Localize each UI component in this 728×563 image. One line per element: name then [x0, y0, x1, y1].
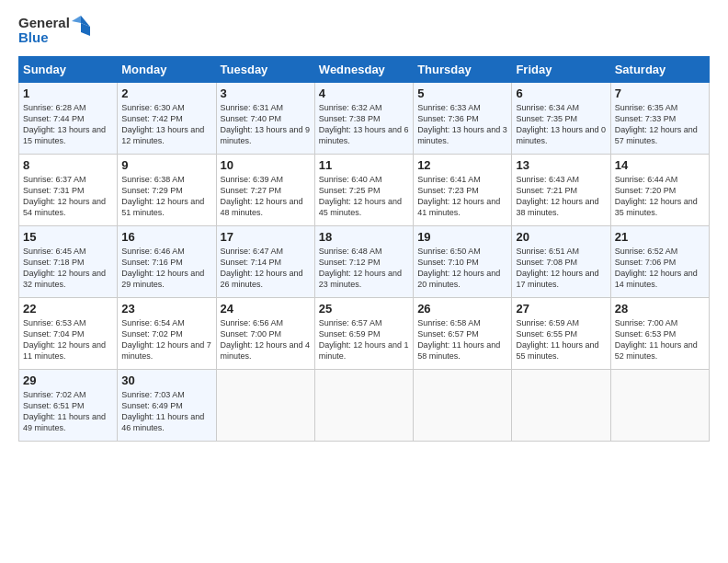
day-number: 23	[121, 302, 211, 316]
calendar-cell: 29Sunrise: 7:02 AM Sunset: 6:51 PM Dayli…	[19, 370, 118, 442]
calendar-cell: 5Sunrise: 6:33 AM Sunset: 7:36 PM Daylig…	[414, 83, 512, 155]
day-number: 20	[516, 230, 606, 244]
calendar-cell: 16Sunrise: 6:46 AM Sunset: 7:16 PM Dayli…	[118, 226, 216, 298]
cell-content: Sunrise: 7:03 AM Sunset: 6:49 PM Dayligh…	[121, 389, 211, 434]
calendar-cell: 22Sunrise: 6:53 AM Sunset: 7:04 PM Dayli…	[19, 298, 118, 370]
calendar-cell: 3Sunrise: 6:31 AM Sunset: 7:40 PM Daylig…	[216, 83, 314, 155]
day-number: 21	[615, 230, 705, 244]
calendar-cell	[216, 370, 314, 442]
day-number: 19	[417, 230, 507, 244]
calendar-cell: 23Sunrise: 6:54 AM Sunset: 7:02 PM Dayli…	[118, 298, 216, 370]
cell-content: Sunrise: 6:38 AM Sunset: 7:29 PM Dayligh…	[121, 174, 211, 219]
cell-content: Sunrise: 6:56 AM Sunset: 7:00 PM Dayligh…	[221, 317, 311, 362]
day-number: 5	[417, 86, 507, 100]
day-number: 3	[221, 86, 311, 100]
cell-content: Sunrise: 6:51 AM Sunset: 7:08 PM Dayligh…	[516, 246, 606, 291]
calendar-cell	[414, 370, 512, 442]
calendar-week-row: 8Sunrise: 6:37 AM Sunset: 7:31 PM Daylig…	[19, 155, 710, 226]
cell-content: Sunrise: 6:32 AM Sunset: 7:38 PM Dayligh…	[319, 102, 409, 147]
cell-content: Sunrise: 7:00 AM Sunset: 6:53 PM Dayligh…	[615, 317, 705, 362]
cell-content: Sunrise: 6:46 AM Sunset: 7:16 PM Dayligh…	[121, 246, 211, 291]
calendar-cell: 1Sunrise: 6:28 AM Sunset: 7:44 PM Daylig…	[19, 83, 118, 155]
logo-general-text: General	[18, 16, 70, 31]
day-number: 26	[417, 302, 507, 316]
cell-content: Sunrise: 6:52 AM Sunset: 7:06 PM Dayligh…	[615, 246, 705, 291]
calendar-week-row: 15Sunrise: 6:45 AM Sunset: 7:18 PM Dayli…	[19, 226, 710, 298]
day-number: 25	[319, 302, 409, 316]
calendar-cell: 15Sunrise: 6:45 AM Sunset: 7:18 PM Dayli…	[19, 226, 118, 298]
cell-content: Sunrise: 6:57 AM Sunset: 6:59 PM Dayligh…	[319, 317, 409, 362]
day-number: 6	[516, 86, 606, 100]
calendar-week-row: 1Sunrise: 6:28 AM Sunset: 7:44 PM Daylig…	[19, 83, 710, 155]
day-number: 24	[221, 302, 311, 316]
day-number: 18	[319, 230, 409, 244]
day-number: 13	[516, 158, 606, 172]
calendar-cell: 4Sunrise: 6:32 AM Sunset: 7:38 PM Daylig…	[314, 83, 413, 155]
main-container: General Blue SundayMondayTuesdayWednesda…	[0, 0, 728, 451]
cell-content: Sunrise: 6:39 AM Sunset: 7:27 PM Dayligh…	[221, 174, 311, 219]
cell-content: Sunrise: 6:53 AM Sunset: 7:04 PM Dayligh…	[23, 317, 113, 362]
svg-marker-1	[81, 23, 90, 36]
cell-content: Sunrise: 6:34 AM Sunset: 7:35 PM Dayligh…	[516, 102, 606, 147]
calendar-cell	[610, 370, 709, 442]
weekday-header: Friday	[512, 57, 610, 83]
calendar-cell: 19Sunrise: 6:50 AM Sunset: 7:10 PM Dayli…	[414, 226, 512, 298]
cell-content: Sunrise: 6:47 AM Sunset: 7:14 PM Dayligh…	[221, 246, 311, 291]
cell-content: Sunrise: 6:50 AM Sunset: 7:10 PM Dayligh…	[417, 246, 507, 291]
calendar-cell: 18Sunrise: 6:48 AM Sunset: 7:12 PM Dayli…	[314, 226, 413, 298]
day-number: 9	[121, 158, 211, 172]
day-number: 2	[121, 86, 211, 100]
weekday-header-row: SundayMondayTuesdayWednesdayThursdayFrid…	[19, 57, 710, 83]
day-number: 22	[23, 302, 113, 316]
day-number: 8	[23, 158, 113, 172]
weekday-header: Monday	[118, 57, 216, 83]
calendar-cell: 7Sunrise: 6:35 AM Sunset: 7:33 PM Daylig…	[610, 83, 709, 155]
svg-marker-2	[72, 16, 81, 23]
header: General Blue	[18, 14, 710, 47]
calendar-cell: 24Sunrise: 6:56 AM Sunset: 7:00 PM Dayli…	[216, 298, 314, 370]
calendar-cell: 14Sunrise: 6:44 AM Sunset: 7:20 PM Dayli…	[610, 155, 709, 226]
day-number: 12	[417, 158, 507, 172]
calendar-cell: 13Sunrise: 6:43 AM Sunset: 7:21 PM Dayli…	[512, 155, 610, 226]
day-number: 30	[121, 373, 211, 387]
cell-content: Sunrise: 6:58 AM Sunset: 6:57 PM Dayligh…	[417, 317, 507, 362]
logo-blue-text: Blue	[18, 30, 70, 46]
calendar-cell: 25Sunrise: 6:57 AM Sunset: 6:59 PM Dayli…	[314, 298, 413, 370]
day-number: 4	[319, 86, 409, 100]
calendar-cell: 10Sunrise: 6:39 AM Sunset: 7:27 PM Dayli…	[216, 155, 314, 226]
calendar-cell: 20Sunrise: 6:51 AM Sunset: 7:08 PM Dayli…	[512, 226, 610, 298]
weekday-header: Tuesday	[216, 57, 314, 83]
cell-content: Sunrise: 6:41 AM Sunset: 7:23 PM Dayligh…	[417, 174, 507, 219]
weekday-header: Saturday	[610, 57, 709, 83]
cell-content: Sunrise: 6:54 AM Sunset: 7:02 PM Dayligh…	[121, 317, 211, 362]
calendar-week-row: 22Sunrise: 6:53 AM Sunset: 7:04 PM Dayli…	[19, 298, 710, 370]
logo: General Blue	[18, 14, 90, 47]
calendar-cell: 17Sunrise: 6:47 AM Sunset: 7:14 PM Dayli…	[216, 226, 314, 298]
calendar-week-row: 29Sunrise: 7:02 AM Sunset: 6:51 PM Dayli…	[19, 370, 710, 442]
cell-content: Sunrise: 6:48 AM Sunset: 7:12 PM Dayligh…	[319, 246, 409, 291]
calendar-cell: 26Sunrise: 6:58 AM Sunset: 6:57 PM Dayli…	[414, 298, 512, 370]
day-number: 11	[319, 158, 409, 172]
cell-content: Sunrise: 6:45 AM Sunset: 7:18 PM Dayligh…	[23, 246, 113, 291]
calendar-cell: 8Sunrise: 6:37 AM Sunset: 7:31 PM Daylig…	[19, 155, 118, 226]
calendar-cell	[512, 370, 610, 442]
calendar-table: SundayMondayTuesdayWednesdayThursdayFrid…	[18, 56, 710, 442]
calendar-cell: 21Sunrise: 6:52 AM Sunset: 7:06 PM Dayli…	[610, 226, 709, 298]
cell-content: Sunrise: 7:02 AM Sunset: 6:51 PM Dayligh…	[23, 389, 113, 434]
logo-graphic: General Blue	[18, 14, 90, 47]
day-number: 27	[516, 302, 606, 316]
calendar-cell	[314, 370, 413, 442]
weekday-header: Sunday	[19, 57, 118, 83]
day-number: 17	[221, 230, 311, 244]
cell-content: Sunrise: 6:31 AM Sunset: 7:40 PM Dayligh…	[221, 102, 311, 147]
cell-content: Sunrise: 6:59 AM Sunset: 6:55 PM Dayligh…	[516, 317, 606, 362]
cell-content: Sunrise: 6:40 AM Sunset: 7:25 PM Dayligh…	[319, 174, 409, 219]
weekday-header: Thursday	[414, 57, 512, 83]
day-number: 28	[615, 302, 705, 316]
calendar-cell: 2Sunrise: 6:30 AM Sunset: 7:42 PM Daylig…	[118, 83, 216, 155]
calendar-cell: 30Sunrise: 7:03 AM Sunset: 6:49 PM Dayli…	[118, 370, 216, 442]
cell-content: Sunrise: 6:43 AM Sunset: 7:21 PM Dayligh…	[516, 174, 606, 219]
calendar-cell: 28Sunrise: 7:00 AM Sunset: 6:53 PM Dayli…	[610, 298, 709, 370]
cell-content: Sunrise: 6:44 AM Sunset: 7:20 PM Dayligh…	[615, 174, 705, 219]
calendar-cell: 11Sunrise: 6:40 AM Sunset: 7:25 PM Dayli…	[314, 155, 413, 226]
